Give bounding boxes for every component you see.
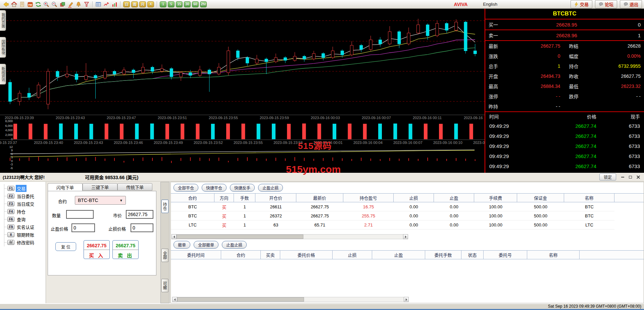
table-row[interactable]: BTC买12637226627.75255.750.000.00100.0050… (171, 211, 644, 220)
svg-text:FW: FW (29, 4, 32, 6)
line-chart-icon[interactable] (102, 1, 110, 8)
table-cell: LTC (171, 220, 214, 229)
ord-button-1[interactable]: 全部撤单 (194, 241, 218, 249)
scrollbar-thumb[interactable] (177, 235, 303, 239)
order-tab-1[interactable]: 三键下单 (83, 183, 117, 191)
toolbar-separator (120, 1, 120, 7)
calendar-icon[interactable]: FW (26, 1, 34, 8)
chart-side-tab-0[interactable]: 我的页面 (0, 10, 6, 31)
lock-button[interactable]: 锁定 (599, 173, 616, 180)
language-switch[interactable]: English (483, 2, 497, 7)
sidebar-item-1[interactable]: F2当日委托 (4, 192, 46, 200)
scroll-right-icon[interactable] (403, 234, 408, 239)
filter-icon[interactable] (83, 1, 91, 8)
table-row[interactable]: LTC买16365.712.710.000.00100.00500.00LTC (171, 220, 644, 229)
period-button-日[interactable]: 日 (123, 1, 130, 7)
view-tab-持仓[interactable]: 持仓 (161, 200, 168, 213)
table-cell: 16.75 (343, 202, 394, 211)
forum-button[interactable]: 论坛 (595, 0, 617, 8)
positions-scrollbar[interactable] (171, 234, 408, 239)
table-row[interactable]: BTC买12661126627.7516.750.000.00100.00500… (171, 202, 644, 211)
pos-button-3[interactable]: 止盈止损 (258, 184, 283, 192)
function-key-icon: ¥ (7, 232, 14, 237)
exit-button[interactable]: 退出 (620, 0, 642, 8)
zoom-in-icon[interactable] (42, 1, 50, 8)
tables-area: 全部平仓快捷平仓快捷反手止盈止损 合约方向手数开仓价最新价持仓盈亏止损止盈手续费… (170, 182, 644, 303)
sidebar-item-5[interactable]: F9实名认证 (4, 223, 46, 231)
sidebar-item-7[interactable]: 修改密码 (4, 239, 46, 246)
maximize-icon[interactable] (628, 175, 633, 179)
sidebar-item-4[interactable]: F6查询 (4, 215, 46, 223)
period-button-2hr[interactable]: 2hr (200, 1, 207, 7)
period-button-1[interactable]: 1 (160, 1, 166, 7)
toolbar-separator (157, 1, 157, 7)
column-header: 止盈 (372, 251, 425, 259)
sidebar-item-3[interactable]: F4持仓 (4, 208, 46, 215)
period-button-X[interactable]: X (147, 1, 154, 7)
back-icon[interactable] (2, 1, 10, 8)
bell-icon[interactable] (75, 1, 83, 8)
buy-button[interactable]: 26627.75 买 入 (84, 240, 110, 259)
close-icon[interactable] (636, 175, 641, 179)
document-icon[interactable] (18, 1, 26, 8)
scroll-right-icon[interactable] (404, 297, 409, 302)
scroll-left-icon[interactable] (171, 234, 177, 239)
orders-scrollbar[interactable] (172, 297, 409, 302)
candlestick-chart (0, 9, 485, 115)
chart-side-tab-1[interactable]: 国际板块 (0, 37, 6, 58)
axis-label: 2023-09-15 23:43 (56, 116, 85, 120)
zoom-out-icon[interactable] (50, 1, 58, 8)
stop-loss-input[interactable] (131, 223, 153, 232)
column-header: 止损 (333, 251, 372, 259)
sidebar-item-2[interactable]: F3当日成交 (4, 200, 46, 208)
sidebar-item-0[interactable]: F1交易 (4, 185, 46, 192)
flash-order-form: 合约 BTC-BTC▼ 数量 市价 止盈价格 止损价格 复 位 26627.75… (48, 191, 156, 275)
scrollbar-track[interactable] (177, 234, 403, 239)
ord-button-2[interactable]: 止盈止损 (222, 241, 247, 249)
contract-select[interactable]: BTC-BTC▼ (75, 196, 126, 205)
layers-icon[interactable] (58, 1, 66, 8)
take-profit-input[interactable] (71, 223, 95, 232)
column-header: 手续费 (474, 194, 517, 202)
sidebar-item-6[interactable]: ¥银期转账 (4, 231, 46, 239)
trade-button[interactable]: 交易 (571, 0, 592, 8)
reset-button[interactable]: 复 位 (55, 242, 76, 251)
order-tab-0[interactable]: 闪电下单 (48, 183, 83, 191)
period-button-周[interactable]: 周 (131, 1, 138, 7)
column-header: 最新价 (296, 194, 343, 202)
stat-value: - - (509, 104, 560, 109)
view-tab-全部[interactable]: 全部 (161, 249, 168, 262)
main-toolbar: FW 日周月X 151530602hr AVIVA English 交易 论坛 … (0, 0, 644, 9)
pos-button-2[interactable]: 快捷反手 (230, 184, 255, 192)
table-cell: 26627.75 (296, 211, 343, 220)
pos-button-0[interactable]: 全部平仓 (174, 184, 198, 192)
minimize-icon[interactable] (620, 175, 625, 179)
period-button-30[interactable]: 30 (184, 1, 191, 7)
bar-chart-icon[interactable] (110, 1, 118, 8)
chart-side-tabs: 我的页面国际板块新闻资讯 (0, 10, 6, 85)
period-button-60[interactable]: 60 (192, 1, 199, 7)
view-tab-可撤[interactable]: 可撤 (161, 279, 168, 292)
refresh-icon[interactable] (34, 1, 42, 8)
order-form-tabs: 闪电下单三键下单传统下单 (48, 183, 152, 191)
quantity-input[interactable] (66, 210, 94, 219)
period-button-月[interactable]: 月 (139, 1, 146, 7)
tape-header: 时间 价格 现手 (485, 112, 644, 121)
pos-button-1[interactable]: 快捷平仓 (202, 184, 227, 192)
ord-button-0[interactable]: 撤单 (174, 241, 190, 249)
chart-side-tab-2[interactable]: 新闻资讯 (0, 64, 6, 85)
pencil-icon[interactable] (66, 1, 75, 8)
scrollbar-track[interactable] (177, 297, 404, 302)
sell-button[interactable]: 26627.75 卖 出 (112, 240, 139, 259)
home-icon[interactable] (10, 1, 18, 8)
period-button-15[interactable]: 15 (176, 1, 183, 7)
table-view-icon[interactable] (94, 1, 102, 8)
order-tab-2[interactable]: 传统下单 (117, 183, 152, 191)
market-price-input[interactable] (126, 210, 153, 219)
column-header: 保证金 (517, 194, 564, 202)
scroll-left-icon[interactable] (172, 297, 177, 302)
table-cell: 26372 (255, 211, 296, 220)
table-view-tabs: 持仓全部可撤 (160, 182, 169, 303)
scrollbar-thumb[interactable] (177, 297, 304, 302)
period-button-5[interactable]: 5 (168, 1, 175, 7)
